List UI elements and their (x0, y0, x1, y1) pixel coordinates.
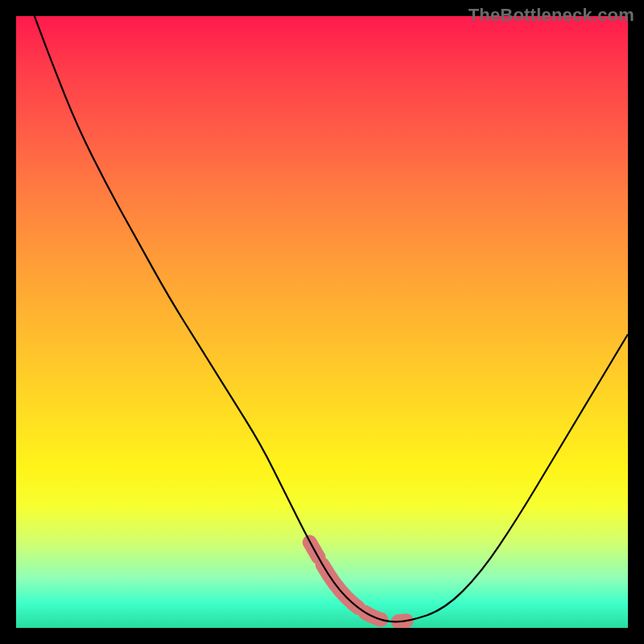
chart-frame: TheBottleneck.com (0, 0, 644, 644)
plot-area (16, 16, 628, 628)
bottleneck-curve (35, 16, 628, 621)
watermark-label: TheBottleneck.com (469, 5, 634, 26)
flat-zone-marker (310, 543, 444, 622)
curve-svg (16, 16, 628, 628)
